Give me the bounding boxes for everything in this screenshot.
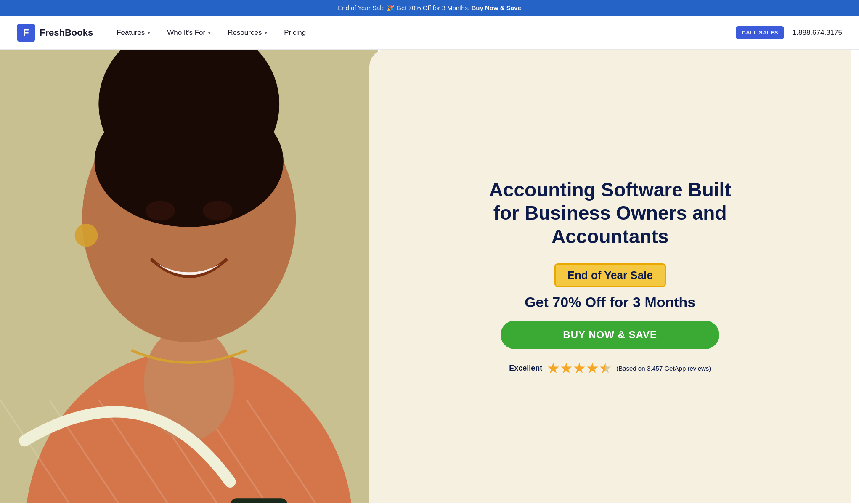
nav-links: Features ▼ Who It's For ▼ Resources ▼ Pr… bbox=[110, 25, 736, 40]
svg-point-17 bbox=[75, 224, 98, 247]
hero-image bbox=[0, 50, 378, 503]
rating-label: Excellent bbox=[509, 364, 542, 373]
rating-detail: (Based on 3,457 GetApp reviews) bbox=[616, 365, 711, 372]
star-rating bbox=[547, 363, 611, 374]
hero-section: Accounting Software Built for Business O… bbox=[0, 50, 859, 503]
nav-item-who-its-for[interactable]: Who It's For ▼ bbox=[160, 25, 218, 40]
star-1 bbox=[547, 363, 559, 374]
rating-area: Excellent (Based on 3,457 GetApp reviews… bbox=[475, 363, 745, 374]
hero-content: Accounting Software Built for Business O… bbox=[369, 50, 851, 503]
logo-icon: F bbox=[17, 24, 35, 42]
banner-text: End of Year Sale 🎉 Get 70% Off for 3 Mon… bbox=[338, 4, 469, 11]
phone-number: 1.888.674.3175 bbox=[793, 29, 842, 37]
buy-now-button[interactable]: BUY NOW & SAVE bbox=[501, 321, 719, 349]
logo-link[interactable]: F FreshBooks bbox=[17, 24, 93, 42]
chevron-down-icon: ▼ bbox=[146, 30, 151, 35]
svg-point-16 bbox=[203, 201, 232, 220]
nav-item-resources[interactable]: Resources ▼ bbox=[221, 25, 275, 40]
nav-item-pricing[interactable]: Pricing bbox=[277, 25, 313, 40]
sale-badge: End of Year Sale bbox=[554, 263, 666, 287]
person-photo bbox=[0, 50, 378, 503]
person-svg bbox=[0, 50, 378, 503]
svg-point-12 bbox=[95, 95, 284, 227]
nav-right: CALL SALES 1.888.674.3175 bbox=[736, 26, 842, 39]
star-4 bbox=[586, 363, 598, 374]
promo-banner: End of Year Sale 🎉 Get 70% Off for 3 Mon… bbox=[0, 0, 859, 16]
svg-rect-18 bbox=[230, 498, 288, 503]
chevron-down-icon: ▼ bbox=[263, 30, 268, 35]
star-2 bbox=[560, 363, 572, 374]
nav-item-features[interactable]: Features ▼ bbox=[110, 25, 158, 40]
call-sales-button[interactable]: CALL SALES bbox=[736, 26, 784, 39]
hero-content-inner: Accounting Software Built for Business O… bbox=[475, 178, 745, 374]
chevron-down-icon: ▼ bbox=[207, 30, 212, 35]
main-navbar: F FreshBooks Features ▼ Who It's For ▼ R… bbox=[0, 16, 859, 50]
hero-headline: Accounting Software Built for Business O… bbox=[475, 178, 745, 248]
hero-discount: Get 70% Off for 3 Months bbox=[475, 294, 745, 310]
star-3 bbox=[573, 363, 585, 374]
svg-point-15 bbox=[146, 201, 175, 220]
star-5-half bbox=[599, 363, 611, 374]
getapp-reviews-link[interactable]: 3,457 GetApp reviews bbox=[647, 365, 709, 372]
logo-name: FreshBooks bbox=[40, 27, 93, 38]
banner-link[interactable]: Buy Now & Save bbox=[471, 4, 521, 11]
